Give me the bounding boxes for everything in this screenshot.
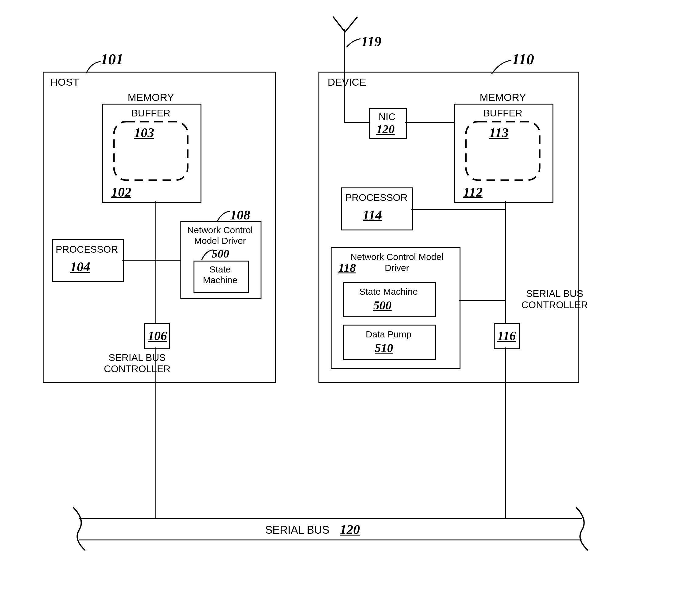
diagram-root: HOST 101 MEMORY 102 BUFFER 103 PROCESSOR… (0, 0, 700, 616)
host-memory-ref: 102 (111, 184, 132, 200)
device-ref: 110 (512, 50, 534, 68)
device-memory-title: MEMORY (454, 91, 552, 103)
host-sbc-title: SERIAL BUS CONTROLLER (91, 352, 183, 374)
device-processor-ref: 114 (363, 207, 382, 223)
device-line-proc-trunk (411, 209, 506, 210)
device-sbc-title: SERIAL BUS CONTROLLER (518, 288, 591, 311)
host-buffer-ref: 103 (134, 125, 154, 140)
antenna-ref: 119 (361, 34, 381, 50)
device-processor-title: PROCESSOR (341, 192, 411, 203)
host-title: HOST (50, 76, 79, 88)
device-driver-title: Network Control Model Driver (341, 251, 452, 273)
host-ref: 101 (101, 50, 123, 68)
nic-ref: 120 (376, 122, 395, 136)
serial-bus-ref: 120 (340, 522, 360, 537)
host-processor-title: PROCESSOR (52, 244, 122, 255)
device-driver-ref: 118 (338, 261, 356, 275)
host-memory-title: MEMORY (102, 91, 200, 103)
host-state-machine-title: State Machine (193, 264, 247, 285)
device-ref-leader (491, 59, 515, 76)
serial-bus-left-cap (67, 506, 91, 552)
device-line-sbc-bus (505, 347, 506, 518)
device-line-nic-mem (405, 122, 454, 123)
host-line-junction-driver (155, 260, 180, 261)
host-line-sbc-bus (155, 347, 156, 518)
device-data-pump-title: Data Pump (343, 329, 434, 340)
nic-title: NIC (369, 111, 405, 123)
serial-bus-title: SERIAL BUS (265, 523, 329, 537)
serial-bus-right-cap (570, 506, 594, 552)
host-sbc-ref: 106 (148, 329, 167, 343)
host-state-machine-ref-leader (201, 249, 215, 261)
device-line-mem-trunk (505, 201, 506, 323)
antenna-nic-horiz (345, 122, 369, 123)
antenna-ref-leader (346, 38, 363, 49)
antenna-icon (330, 15, 360, 34)
antenna-nic-vert (345, 108, 345, 123)
device-data-pump-ref: 510 (375, 341, 393, 355)
device-sbc-ref: 116 (497, 329, 516, 343)
device-buffer-title: BUFFER (465, 108, 541, 119)
host-buffer-title: BUFFER (113, 108, 189, 119)
device-line-driver-trunk (459, 300, 506, 301)
serial-bus-top (79, 518, 582, 519)
device-memory-ref: 112 (463, 184, 483, 200)
host-driver-title: Network Control Model Driver (180, 225, 260, 246)
serial-bus-bottom (79, 540, 582, 540)
host-line-mem-down (155, 201, 156, 323)
antenna-mast (345, 29, 345, 108)
device-state-machine-ref: 500 (373, 298, 391, 312)
host-driver-ref-leader (216, 210, 233, 223)
device-title: DEVICE (328, 76, 366, 88)
device-state-machine-title: State Machine (343, 286, 434, 297)
host-processor-ref: 104 (70, 259, 90, 275)
device-buffer-ref: 113 (489, 125, 509, 140)
host-ref-leader (85, 61, 104, 76)
